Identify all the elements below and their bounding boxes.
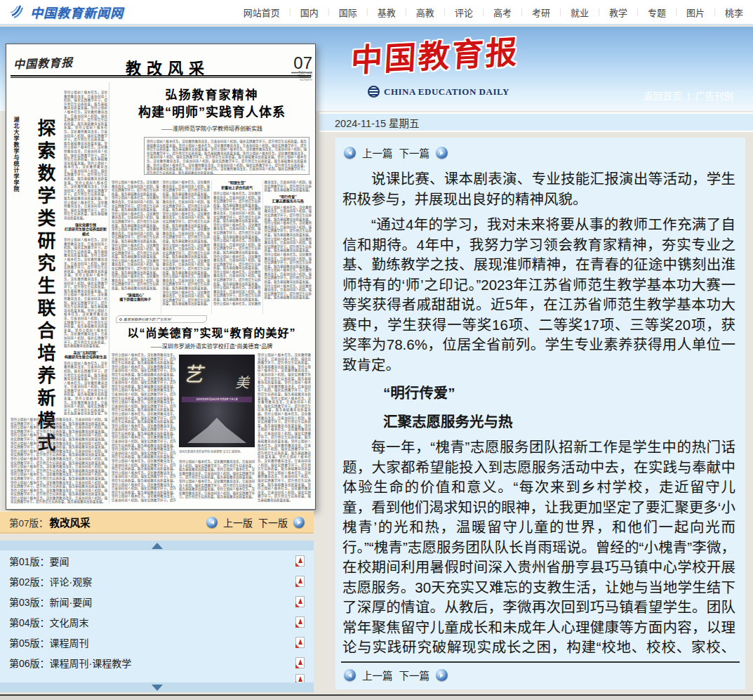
site-logo[interactable]: 中国教育新闻网 (10, 3, 124, 21)
edition-list-item-2[interactable]: 第02版：评论·观察 (0, 571, 314, 591)
masthead-rule (11, 75, 311, 78)
nav-item-jobs[interactable]: 就业 (571, 6, 589, 19)
edition-nav: 上一版 下一版 (206, 515, 305, 529)
article-paragraph-1: 说课比赛、课本剧表演、专业技能汇报演出等活动，学生积极参与，并展现出良好的精神风… (342, 169, 735, 209)
nav-separator: ｜ (286, 6, 294, 18)
nav-item-domestic[interactable]: 国内 (300, 6, 319, 19)
photo-banner-text: 深圳市罗湖外语实验学校“尚美德育”文艺汇演 (182, 397, 252, 402)
banner-links: 返回首页 | 广告刊例 (644, 88, 733, 103)
pdf-icon[interactable] (295, 637, 305, 648)
top-nav-links: 网站首页 ｜ 国内 ｜ 国际 ｜ 基教 ｜ 高教 ｜ 评论 ｜ 高考 ｜ 考研 … (244, 6, 743, 19)
edition-list-label: 第02版：评论·观察 (9, 574, 92, 588)
nav-separator: ｜ (325, 6, 333, 18)
article-nav-top: 上一篇 下一篇 (335, 138, 745, 164)
prev-article-icon-bottom[interactable] (344, 669, 356, 681)
scroll-up-strip[interactable] (0, 541, 314, 550)
date-bar: 2024-11-15 星期五 (319, 112, 753, 132)
prev-article-button-bottom[interactable]: 上一篇 (362, 668, 393, 682)
article2-headline[interactable]: 以“尚美德育”实现“教育的美好” (112, 324, 312, 341)
article-subhead-line: 汇聚志愿服务光与热 (342, 412, 735, 432)
pdf-icon[interactable] (295, 657, 305, 668)
edition-list-item-partial[interactable] (0, 673, 314, 682)
nav-item-topics[interactable]: 专题 (648, 6, 666, 19)
prev-edition-icon[interactable] (206, 517, 218, 528)
magnifier-icon (119, 318, 122, 321)
next-article-icon-top[interactable] (436, 147, 448, 159)
edition-list-item-1[interactable]: 第01版：要闻 (0, 550, 314, 571)
nav-separator: ｜ (364, 6, 371, 18)
article-subhead-quote: “明行传爱” (342, 383, 735, 404)
scroll-down-strip[interactable] (0, 682, 314, 692)
newspaper-masthead-logo: 中国教育报 (13, 53, 74, 72)
next-edition-button[interactable]: 下一版 (258, 515, 288, 529)
newspaper-issue-info: 2024年11月15日 星期五 广告 电话：010-82296896 82296… (291, 55, 312, 73)
top-bar: 中国教育新闻网 网站首页 ｜ 国内 ｜ 国际 ｜ 基教 ｜ 高教 ｜ 评论 ｜ … (0, 0, 753, 25)
article1-headline-line1[interactable]: 弘扬教育家精神 (112, 85, 312, 103)
nav-item-gaokao[interactable]: 高考 (493, 6, 512, 19)
nav-item-international[interactable]: 国际 (339, 6, 357, 19)
brand-logo-en: CHINA EDUCATION DAILY (368, 86, 509, 98)
nav-item-higher-ed[interactable]: 高教 (416, 6, 434, 19)
next-edition-icon[interactable] (293, 517, 305, 528)
pdf-icon[interactable] (295, 674, 305, 682)
column-divider (109, 82, 109, 503)
back-home-link[interactable]: 返回首页 (644, 88, 681, 103)
edition-list-label: 第01版：要闻 (9, 554, 69, 568)
nav-item-basic-ed[interactable]: 基教 (378, 6, 396, 19)
newspaper-preview[interactable]: 中国教育报 教改风采 2024年11月15日 星期五 广告 电话：010-822… (6, 44, 316, 510)
prev-article-button-top[interactable]: 上一篇 (362, 145, 393, 160)
page-root: 中国教育新闻网 网站首页 ｜ 国内 ｜ 国际 ｜ 基教 ｜ 高教 ｜ 评论 ｜ … (0, 0, 753, 700)
article1-body-columns: 坚持立德树人根本任务，深化教师教育改革，完善协同育人机制，强化实践教学环节，提升… (112, 180, 312, 314)
nav-separator: ｜ (672, 6, 680, 18)
article2-tag-text: 教育家精神引领下的“广东作为” (124, 317, 171, 322)
ad-rates-link[interactable]: 广告刊例 (695, 88, 733, 103)
nav-item-taoli[interactable]: 桃李 (725, 6, 743, 19)
edition-list-item-5[interactable]: 第05版：课程周刊 (0, 632, 314, 652)
pdf-icon[interactable] (295, 616, 305, 628)
nav-item-home[interactable]: 网站首页 (244, 6, 280, 19)
left-article-body: 坚持立德树人根本任务，深化教师教育改革，完善协同育人机制，强化实践教学环节，提升… (64, 91, 107, 415)
article-nav-bottom: 上一篇 下一篇 (335, 663, 745, 689)
prev-article-icon-top[interactable] (344, 147, 356, 159)
article1-headline-line2[interactable]: 构建“明师”实践育人体系 (112, 102, 312, 120)
article2-photo-caption: 深圳市罗湖外语实验学校“尚美德育”文艺汇演现场。 (179, 450, 255, 454)
pdf-icon[interactable] (295, 555, 305, 567)
pdf-icon[interactable] (295, 576, 305, 587)
site-logo-text: 中国教育新闻网 (30, 3, 124, 21)
photo-calligraphy-right: 美 (235, 371, 249, 392)
article2-body-left: 坚持立德树人根本任务，深化教师教育改革，完善协同育人机制，强化实践教学环节，提升… (112, 353, 176, 502)
edition-label: 第07版：教改风采 (9, 515, 91, 529)
nav-separator: ｜ (595, 6, 603, 18)
next-article-button-bottom[interactable]: 下一篇 (399, 668, 430, 682)
banner-link-separator: | (687, 91, 690, 101)
next-article-button-top[interactable]: 下一篇 (399, 145, 430, 160)
edition-list-item-3[interactable]: 第03版：新闻·要闻 (0, 591, 314, 612)
edition-list-label: 第04版：文化周末 (9, 615, 89, 629)
edition-page-label: 第07版： (9, 518, 48, 529)
brand-logo-cn: 中国教育报 (349, 27, 520, 81)
article2-series-tag: 教育家精神引领下的“广东作为” (116, 315, 207, 323)
photo-calligraphy-left: 艺 (183, 359, 203, 387)
nav-item-kaoyan[interactable]: 考研 (532, 6, 550, 19)
edition-list-item-6[interactable]: 第06版：课程周刊·课程教学 (0, 652, 314, 673)
left-article-headline[interactable]: 探索数学类研究生联合培养新模式 (30, 119, 60, 464)
nav-separator: ｜ (557, 6, 564, 18)
pdf-icon[interactable] (295, 596, 305, 607)
footer-background (0, 696, 753, 700)
nav-item-teaching[interactable]: 教学 (609, 6, 627, 19)
article1-col-subhead-1: “铸魂润心” 播下崇德立教的种子 (112, 293, 159, 302)
left-article-org: 湖北大学数学与统计学学院 (12, 117, 20, 243)
nav-separator: ｜ (634, 6, 641, 18)
left-article-subhead-1: 强化党建引领 打造研究生联合培养组织新模式 (64, 223, 107, 237)
nav-item-photos[interactable]: 图片 (686, 6, 705, 19)
article-panel: 上一篇 下一篇 说课比赛、课本剧表演、专业技能汇报演出等活动，学生积极参与，并展… (335, 138, 745, 689)
brand-logo-en-text: CHINA EDUCATION DAILY (384, 86, 509, 98)
scroll-down-icon (152, 685, 163, 691)
nav-item-comment[interactable]: 评论 (455, 6, 473, 19)
prev-edition-button[interactable]: 上一版 (223, 515, 253, 529)
edition-list-label: 第03版：新闻·要闻 (9, 595, 92, 609)
edition-list-item-4[interactable]: 第04版：文化周末 (0, 612, 314, 632)
next-article-icon-bottom[interactable] (436, 669, 448, 681)
date-text: 2024-11-15 星期五 (335, 115, 420, 130)
edition-bar: 第07版：教改风采 上一版 下一版 (0, 511, 314, 534)
